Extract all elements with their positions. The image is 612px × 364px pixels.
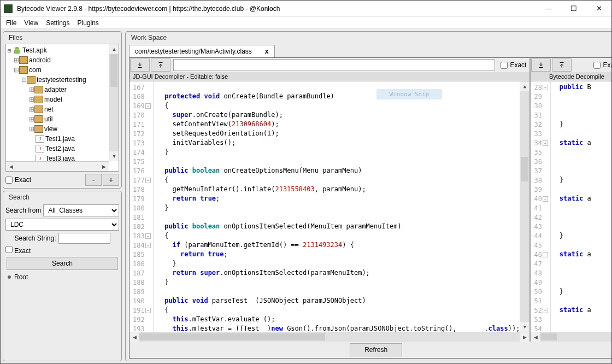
tree-sub[interactable]: ⊞view	[6, 124, 119, 134]
menu-plugins[interactable]: Plugins	[74, 18, 102, 28]
search-root[interactable]: Root	[3, 271, 121, 283]
files-exact-checkbox[interactable]	[5, 177, 13, 184]
package-icon	[34, 86, 43, 93]
bytecode-editor[interactable]: 28-293031323334-353637383940-41424344454…	[531, 81, 611, 332]
dec-exact[interactable]: Exact	[497, 61, 529, 69]
code-hscroll[interactable]: ◀▶	[130, 332, 529, 342]
search-panel: Search Search from All_Classes LDC Searc…	[3, 191, 122, 361]
android-icon	[13, 46, 21, 54]
byte-exact[interactable]: Exact	[590, 61, 611, 69]
java-icon: J	[36, 145, 44, 152]
tree-testy[interactable]: ⊟testytestertesting	[6, 75, 119, 85]
dec-exact-checkbox[interactable]	[501, 62, 508, 69]
decompiler-title: JD-GUI Decompiler - Editable: false	[130, 72, 529, 81]
app-icon	[4, 4, 13, 13]
search-exact-checkbox[interactable]	[5, 246, 13, 253]
tree-sub[interactable]: ⊞util	[6, 114, 119, 124]
menu-settings[interactable]: Settings	[43, 18, 73, 28]
files-panel: Files ⊟ Test.apk ⊞android ⊟com ⊟testytes…	[3, 31, 122, 189]
search-string-label: Search String:	[14, 234, 56, 242]
dec-search-input[interactable]	[173, 59, 495, 71]
bytecode-title: Bytecode Decompile	[531, 72, 611, 81]
search-string-input[interactable]	[58, 233, 110, 244]
package-icon	[19, 56, 28, 64]
tree-hscroll[interactable]: ◀▶	[6, 161, 109, 171]
tab-close-icon[interactable]: x	[265, 48, 269, 55]
files-exact[interactable]: Exact	[5, 176, 84, 184]
close-button[interactable]: ✕	[586, 1, 611, 17]
package-icon	[19, 66, 28, 74]
search-from-select[interactable]: All_Classes	[43, 204, 119, 216]
byte-down-button[interactable]	[531, 58, 551, 72]
files-title: Files	[3, 32, 121, 44]
menubar: File View Settings Plugins	[1, 17, 611, 29]
refresh-button[interactable]: Refresh	[350, 343, 402, 356]
package-icon	[34, 115, 43, 123]
root-dot-icon	[8, 275, 11, 279]
decompiler-pane: Exact JD-GUI Decompiler - Editable: fals…	[130, 58, 531, 342]
package-icon	[27, 76, 36, 84]
tree-sub[interactable]: ⊞net	[6, 104, 119, 114]
tree-root[interactable]: ⊟ Test.apk	[6, 45, 119, 55]
byte-hscroll[interactable]: ◀▶	[531, 332, 611, 342]
menu-view[interactable]: View	[21, 18, 42, 28]
dec-down-button[interactable]	[130, 58, 150, 72]
tree-sub[interactable]: ⊞model	[6, 95, 119, 104]
dec-up-button[interactable]	[151, 58, 170, 72]
code-editor[interactable]: Window Snip 167168169-170171172173174175…	[130, 81, 529, 332]
tree-java[interactable]: JTest1.java	[6, 134, 119, 144]
collapse-button[interactable]: -	[85, 174, 102, 186]
tab-label: com/testytestertesting/MainActivity.clas…	[135, 48, 252, 55]
file-tree[interactable]: ⊟ Test.apk ⊞android ⊟com ⊟testytestertes…	[5, 44, 119, 172]
workspace-panel: Work Space com/testytestertesting/MainAc…	[125, 31, 611, 361]
minimize-button[interactable]: ―	[536, 1, 561, 17]
menu-file[interactable]: File	[3, 18, 20, 28]
byte-exact-checkbox[interactable]	[593, 62, 601, 69]
search-from-label: Search from	[5, 207, 41, 214]
package-icon	[34, 105, 43, 113]
expand-button[interactable]: +	[103, 174, 119, 186]
code-vscroll[interactable]: ▲▼	[520, 81, 529, 332]
bytecode-pane: Exact Bytecode Decompile 28-293031323334…	[531, 58, 611, 342]
workspace-tab[interactable]: com/testytestertesting/MainActivity.clas…	[129, 45, 275, 57]
byte-up-button[interactable]	[552, 58, 572, 72]
package-icon	[34, 125, 43, 133]
search-mode-select[interactable]: LDC	[5, 219, 119, 231]
tree-java[interactable]: JTest2.java	[6, 144, 119, 154]
titlebar: Bytecode Viewer 2.9.8 - https://bytecode…	[1, 1, 611, 17]
tree-android[interactable]: ⊞android	[6, 55, 119, 65]
window-title: Bytecode Viewer 2.9.8 - https://bytecode…	[17, 5, 536, 13]
tree-com[interactable]: ⊟com	[6, 65, 119, 75]
maximize-button[interactable]: ☐	[561, 1, 586, 17]
workspace-title: Work Space	[126, 32, 611, 44]
package-icon	[34, 96, 43, 103]
tree-sub[interactable]: ⊞adapter	[6, 85, 119, 95]
search-button[interactable]: Search	[7, 257, 118, 270]
java-icon: J	[36, 135, 44, 143]
search-exact[interactable]: Exact	[5, 246, 31, 255]
tree-vscroll[interactable]: ▲▼	[109, 44, 119, 161]
search-title: Search	[3, 191, 121, 203]
